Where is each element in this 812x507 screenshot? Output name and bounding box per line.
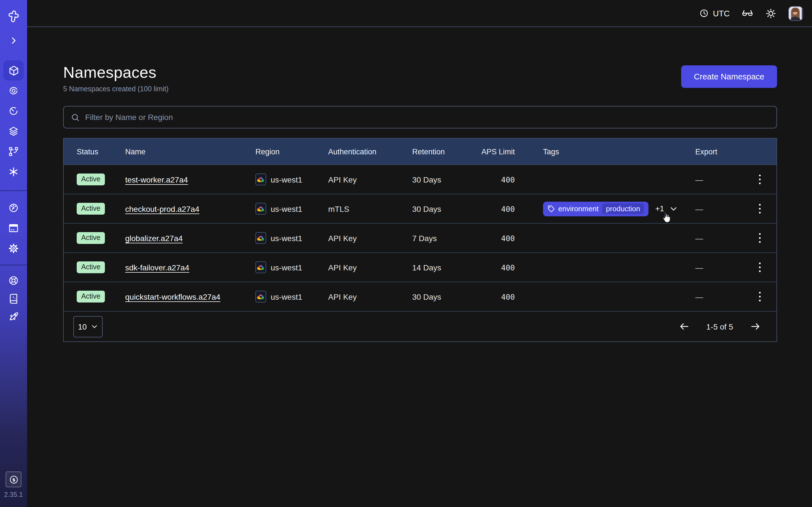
chevron-right-icon <box>9 36 18 45</box>
row-menu-button[interactable] <box>755 288 764 305</box>
sidebar-item-deployments[interactable] <box>3 121 24 142</box>
sidebar-item-credits[interactable]: $ <box>6 471 21 487</box>
export-value: — <box>695 263 703 272</box>
prev-page-button[interactable] <box>676 319 692 334</box>
sun-icon <box>765 8 776 19</box>
table-row[interactable]: Active checkout-prod.a27a4 us-west1 mTLS… <box>64 194 776 223</box>
retention-value: 30 Days <box>403 204 467 213</box>
namespace-link[interactable]: test-worker.a27a4 <box>125 175 188 184</box>
auth-value: API Key <box>319 233 403 242</box>
table-header: Status Name Region Authentication Retent… <box>64 138 776 165</box>
page-size-select[interactable]: 10 <box>73 316 103 337</box>
row-menu-button[interactable] <box>755 230 764 246</box>
retention-value: 14 Days <box>403 263 467 272</box>
gcp-cloud-icon <box>255 262 266 273</box>
sidebar: $ 2.35.1 <box>0 0 27 507</box>
table-row[interactable]: Active sdk-failover.a27a4 us-west1 API K… <box>64 252 776 282</box>
aps-value: 400 <box>467 204 522 213</box>
search-icon <box>70 112 80 122</box>
sidebar-item-pipelines[interactable] <box>3 142 24 162</box>
rocket-icon <box>8 311 19 322</box>
namespace-link[interactable]: sdk-failover.a27a4 <box>125 263 189 272</box>
status-badge: Active <box>77 173 105 185</box>
tag-key: environment <box>558 205 599 213</box>
tags-expand-button[interactable] <box>669 205 677 213</box>
timezone-selector[interactable]: UTC <box>699 8 730 18</box>
auth-value: API Key <box>319 263 403 272</box>
theme-toggle-button[interactable] <box>765 8 776 19</box>
tag-value: production <box>602 203 644 214</box>
pagination-range: 1-5 of 5 <box>706 322 733 331</box>
aps-value: 400 <box>467 233 522 242</box>
namespace-link[interactable]: globalizer.a27a4 <box>125 233 183 242</box>
col-region: Region <box>246 147 319 156</box>
next-page-button[interactable] <box>748 319 763 334</box>
row-menu-button[interactable] <box>755 171 764 188</box>
aps-value: 400 <box>467 175 522 184</box>
user-avatar[interactable] <box>788 6 803 20</box>
page-subtitle: 5 Namespaces created (100 limit) <box>63 85 168 93</box>
aps-value: 400 <box>467 292 522 301</box>
col-retention: Retention <box>403 147 467 156</box>
dollar-seal-icon: $ <box>8 474 19 485</box>
sidebar-item-nexus[interactable] <box>3 162 24 182</box>
export-value: — <box>695 292 703 301</box>
export-value: — <box>695 204 703 213</box>
col-status: Status <box>64 147 116 156</box>
sidebar-item-workflows[interactable] <box>3 80 24 101</box>
branch-icon <box>8 146 19 157</box>
col-aps-limit: APS Limit <box>467 147 522 156</box>
col-export: Export <box>686 147 776 156</box>
avatar-photo <box>789 6 802 19</box>
labs-toggle-button[interactable] <box>742 7 753 19</box>
retention-value: 30 Days <box>403 292 467 301</box>
sidebar-item-support[interactable] <box>3 272 24 290</box>
sidebar-item-getting-started[interactable] <box>3 307 24 326</box>
retention-value: 7 Days <box>403 233 467 242</box>
timer-icon <box>8 105 19 117</box>
sidebar-divider <box>0 265 27 265</box>
tags-cell: environment production +1 <box>522 202 686 216</box>
tag-pill[interactable]: environment production <box>543 202 649 216</box>
create-namespace-button[interactable]: Create Namespace <box>681 65 777 88</box>
book-sparkle-icon <box>8 293 19 304</box>
browser-card-icon <box>8 223 19 234</box>
region-label: us-west1 <box>271 263 302 272</box>
namespace-link[interactable]: quickstart-workflows.a27a4 <box>125 292 220 301</box>
sidebar-item-settings[interactable] <box>3 238 24 259</box>
svg-text:$: $ <box>12 477 15 482</box>
region-label: us-west1 <box>271 292 302 301</box>
aps-value: 400 <box>467 263 522 272</box>
lifebuoy-icon <box>8 275 19 286</box>
table-row[interactable]: Active test-worker.a27a4 us-west1 API Ke… <box>64 165 776 194</box>
region-label: us-west1 <box>271 204 302 213</box>
sidebar-item-usage[interactable] <box>3 198 24 218</box>
asterisk-icon <box>8 166 19 177</box>
sidebar-divider <box>0 190 27 191</box>
table-row[interactable]: Active quickstart-workflows.a27a4 us-wes… <box>64 282 776 311</box>
row-menu-button[interactable] <box>755 201 764 217</box>
sidebar-item-billing[interactable] <box>3 218 24 238</box>
col-tags: Tags <box>522 147 686 156</box>
temporal-logo-icon[interactable] <box>3 8 24 25</box>
row-menu-button[interactable] <box>755 259 764 276</box>
cube-icon <box>8 64 19 76</box>
col-name: Name <box>116 147 246 156</box>
iris-icon <box>8 85 19 96</box>
retention-value: 30 Days <box>403 175 467 184</box>
clock-icon <box>699 8 709 18</box>
temporal-knot-icon <box>7 10 20 22</box>
chevron-down-icon <box>91 323 98 330</box>
sidebar-item-docs[interactable] <box>3 290 24 307</box>
gcp-cloud-icon <box>255 173 266 185</box>
sidebar-item-schedules[interactable] <box>3 101 24 121</box>
sidebar-expand-button[interactable] <box>3 33 24 48</box>
namespace-link[interactable]: checkout-prod.a27a4 <box>125 204 199 213</box>
page-size-value: 10 <box>78 322 87 331</box>
sidebar-item-namespaces[interactable] <box>3 60 24 80</box>
table-row[interactable]: Active globalizer.a27a4 us-west1 API Key… <box>64 223 776 252</box>
region-label: us-west1 <box>271 233 302 242</box>
app-version: 2.35.1 <box>4 491 23 498</box>
page-title: Namespaces <box>63 64 168 82</box>
filter-input[interactable] <box>85 113 770 122</box>
